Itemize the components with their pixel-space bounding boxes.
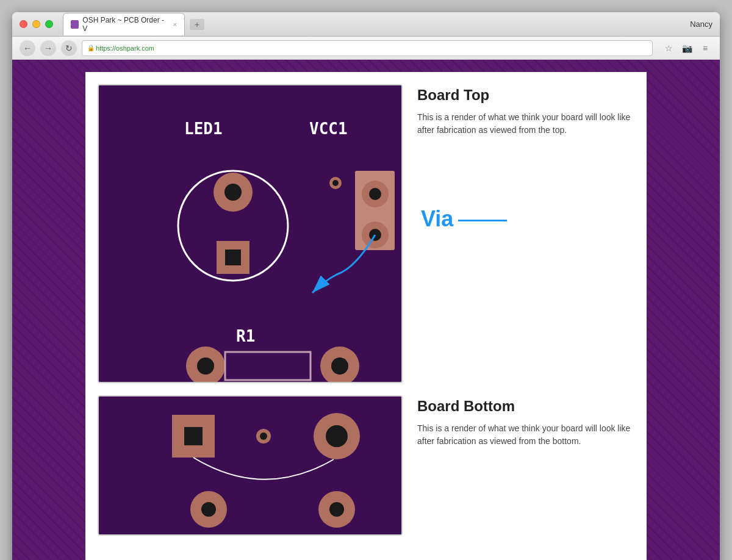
content-area: LED1 VCC1 [85,72,647,560]
address-bar[interactable]: 🔒 https://oshpark.com [82,40,653,56]
svg-rect-22 [99,397,403,536]
board-bottom-info: Board Bottom This is a render of what we… [417,395,634,448]
board-top-info: Board Top This is a render of what we th… [417,84,634,137]
svg-text:LED1: LED1 [184,120,223,138]
nav-bar: ← → ↻ 🔒 https://oshpark.com ☆ 📷 ≡ [12,37,720,60]
nav-actions: ☆ 📷 ≡ [661,41,712,56]
svg-text:VCC1: VCC1 [309,120,348,138]
board-bottom-description: This is a render of what we think your b… [417,422,634,448]
forward-button[interactable]: → [40,40,56,56]
tab-favicon [71,20,79,29]
board-bottom-title: Board Bottom [417,398,634,415]
via-annotation: Via [421,206,507,232]
tab-close-button[interactable]: × [173,21,177,28]
active-tab[interactable]: OSH Park ~ PCB Order - V × [63,13,185,35]
svg-point-28 [326,425,348,447]
minimize-button[interactable] [32,20,40,28]
via-label: Via [421,206,453,232]
board-bottom-image [98,395,403,536]
board-top-svg: LED1 VCC1 [99,85,403,383]
bookmark-button[interactable]: ☆ [661,41,676,56]
board-top-image: LED1 VCC1 [98,84,403,383]
svg-point-4 [224,184,242,201]
board-bottom-svg [99,397,403,536]
svg-point-12 [369,188,381,200]
svg-rect-6 [225,249,241,265]
https-badge: 🔒 https://oshpark.com [87,45,154,52]
board-top-section: LED1 VCC1 [98,84,634,383]
tab-bar: OSH Park ~ PCB Order - V × + [63,13,712,35]
maximize-button[interactable] [45,20,53,28]
close-button[interactable] [20,20,27,28]
new-tab-button[interactable]: + [190,19,204,30]
lock-icon: 🔒 [87,45,95,51]
back-button[interactable]: ← [20,40,35,56]
url-text: https://oshpark.com [96,45,154,52]
svg-point-26 [260,433,267,440]
page-content: LED1 VCC1 [12,60,720,560]
tab-title: OSH Park ~ PCB Order - V [82,16,167,33]
svg-point-17 [197,357,214,375]
board-top-title: Board Top [417,87,634,104]
reload-button[interactable]: ↻ [61,40,77,56]
svg-rect-24 [184,427,203,445]
browser-window: OSH Park ~ PCB Order - V × + Nancy ← → ↻… [12,12,720,560]
title-bar: OSH Park ~ PCB Order - V × + Nancy [12,12,720,37]
svg-point-30 [201,502,216,517]
svg-text:R1: R1 [236,327,255,345]
svg-point-20 [331,357,348,375]
window-controls [20,20,53,28]
user-name: Nancy [690,20,712,29]
via-line [458,220,507,221]
svg-point-9 [332,180,339,186]
menu-button[interactable]: ≡ [698,41,712,56]
board-top-description: This is a render of what we think your b… [417,111,634,137]
svg-point-32 [329,502,344,517]
reader-button[interactable]: 📷 [680,41,694,56]
board-bottom-section: Board Bottom This is a render of what we… [98,395,634,536]
